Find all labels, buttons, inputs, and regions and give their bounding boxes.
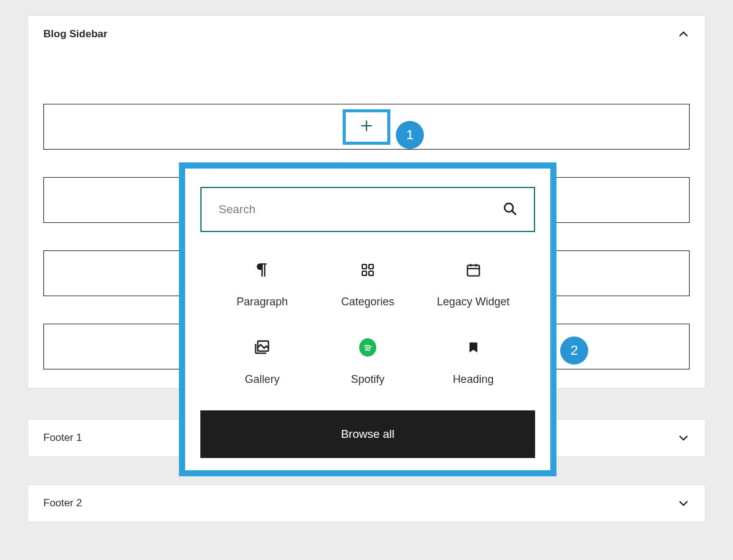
block-grid: Paragraph Categories Legacy Widget Galle… — [200, 261, 535, 386]
block-label: Categories — [341, 296, 394, 308]
block-label: Paragraph — [236, 296, 288, 308]
plus-icon — [359, 118, 374, 136]
block-item-categories[interactable]: Categories — [318, 261, 418, 308]
calendar-icon — [465, 261, 482, 278]
svg-rect-8 — [467, 265, 480, 275]
categories-icon — [359, 261, 376, 278]
browse-all-button[interactable]: Browse all — [200, 410, 535, 458]
chevron-up-icon — [677, 28, 690, 40]
block-label: Legacy Widget — [437, 296, 509, 308]
browse-all-label: Browse all — [341, 427, 395, 441]
block-item-heading[interactable]: Heading — [423, 339, 523, 386]
block-item-spotify[interactable]: Spotify — [318, 339, 418, 386]
search-icon — [502, 201, 517, 218]
block-item-gallery[interactable]: Gallery — [213, 339, 312, 386]
add-block-button[interactable] — [343, 109, 390, 145]
block-inserter: Paragraph Categories Legacy Widget Galle… — [179, 162, 556, 476]
widget-placeholder[interactable] — [43, 104, 690, 150]
callout-badge-2: 2 — [560, 336, 588, 365]
gallery-icon — [253, 339, 271, 356]
chevron-down-icon — [677, 497, 690, 509]
spotify-icon — [359, 339, 376, 356]
bookmark-icon — [465, 339, 482, 356]
block-label: Gallery — [245, 373, 280, 386]
svg-rect-4 — [362, 264, 366, 269]
inserter-search[interactable] — [200, 187, 535, 232]
widget-area-footer-2[interactable]: Footer 2 — [27, 484, 706, 522]
block-label: Heading — [453, 373, 494, 386]
svg-rect-6 — [362, 271, 366, 275]
widget-area-title: Footer 2 — [43, 497, 82, 509]
widget-area-title: Blog Sidebar — [43, 28, 108, 40]
widget-area-title: Footer 1 — [43, 432, 82, 444]
widget-area-header[interactable]: Blog Sidebar — [43, 28, 690, 55]
callout-badge-1: 1 — [396, 121, 424, 149]
block-item-paragraph[interactable]: Paragraph — [213, 261, 312, 308]
search-input[interactable] — [219, 203, 502, 216]
svg-rect-7 — [369, 271, 373, 275]
block-label: Spotify — [351, 373, 384, 386]
chevron-down-icon — [677, 432, 690, 444]
block-item-legacy-widget[interactable]: Legacy Widget — [423, 261, 523, 308]
paragraph-icon — [253, 261, 271, 278]
svg-line-3 — [512, 211, 516, 214]
svg-rect-5 — [369, 264, 373, 269]
